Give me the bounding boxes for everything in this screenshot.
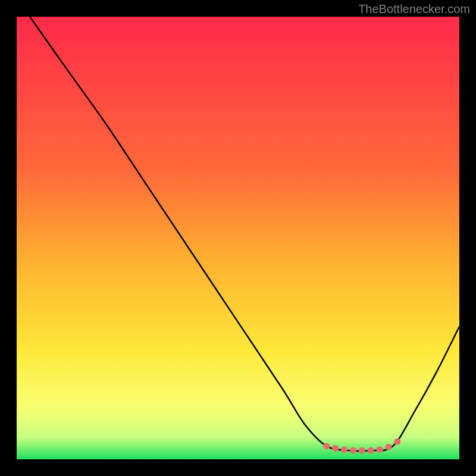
optimal-marker (359, 447, 365, 454)
optimal-marker (385, 444, 392, 450)
optimal-marker (394, 439, 400, 445)
optimal-marker (350, 447, 356, 454)
optimal-marker (332, 445, 339, 452)
optimal-marker (377, 446, 383, 453)
optimal-marker (323, 443, 330, 449)
chart-plot-area (17, 17, 459, 459)
optimal-marker (368, 447, 374, 454)
optimal-marker (341, 446, 347, 453)
gradient-background (17, 17, 459, 459)
chart-svg (17, 17, 459, 459)
watermark-text: TheBottlenecker.com (358, 2, 470, 16)
